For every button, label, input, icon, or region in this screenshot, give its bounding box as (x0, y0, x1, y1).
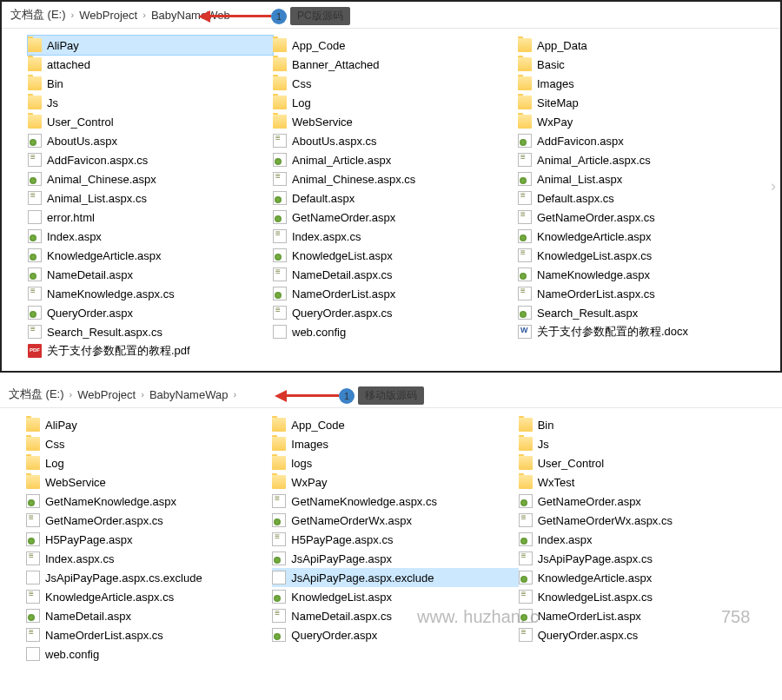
file-item[interactable]: App_Code (273, 36, 518, 55)
file-item[interactable]: NameOrderList.aspx (519, 606, 765, 625)
file-item[interactable]: attached (28, 55, 273, 74)
file-item[interactable]: KnowledgeArticle.aspx (28, 246, 273, 265)
file-item[interactable]: web.config (26, 644, 272, 664)
file-item[interactable]: Animal_Chinese.aspx.cs (273, 169, 518, 188)
file-item[interactable]: KnowledgeList.aspx.cs (518, 246, 763, 265)
file-item[interactable]: AliPay (26, 415, 272, 434)
file-item[interactable]: KnowledgeList.aspx (273, 246, 518, 265)
file-item[interactable]: error.html (28, 208, 273, 227)
file-item[interactable]: WxPay (272, 472, 518, 492)
file-item[interactable]: Css (26, 434, 272, 453)
file-item[interactable]: Animal_Article.aspx.cs (518, 150, 763, 169)
file-item[interactable]: Index.aspx.cs (26, 549, 272, 568)
file-item[interactable]: Bin (519, 415, 765, 434)
file-item[interactable]: KnowledgeList.aspx.cs (519, 587, 765, 606)
file-item[interactable]: Search_Result.aspx (518, 303, 763, 322)
file-name: User_Control (538, 457, 605, 470)
file-item[interactable]: GetNameOrder.aspx (273, 208, 518, 227)
file-item[interactable]: AliPay (28, 36, 273, 55)
file-item[interactable]: JsApiPayPage.aspx.cs (519, 549, 765, 568)
file-item[interactable]: Animal_Article.aspx (273, 150, 518, 169)
file-item[interactable]: App_Code (272, 415, 518, 434)
file-item[interactable]: WxPay (518, 112, 763, 131)
file-item[interactable]: QueryOrder.aspx.cs (519, 625, 765, 644)
file-item[interactable]: Index.aspx.cs (273, 227, 518, 246)
file-item[interactable]: QueryOrder.aspx (272, 625, 518, 644)
file-item[interactable]: Js (28, 93, 273, 112)
file-item[interactable]: Banner_Attached (273, 55, 518, 74)
file-item[interactable]: GetNameKnowledge.aspx.cs (272, 492, 518, 511)
breadcrumb-seg[interactable]: WebProject (79, 9, 137, 22)
file-item[interactable]: GetNameOrder.aspx.cs (518, 208, 763, 227)
file-item[interactable]: SiteMap (518, 93, 763, 112)
file-item[interactable]: AddFavicon.aspx.cs (28, 150, 273, 169)
file-item[interactable]: QueryOrder.aspx (28, 303, 273, 322)
file-item[interactable]: WebService (26, 472, 272, 492)
breadcrumb-seg[interactable]: WebProject (77, 388, 136, 401)
file-item[interactable]: QueryOrder.aspx.cs (273, 303, 518, 322)
file-item[interactable]: GetNameOrderWx.aspx (272, 511, 518, 530)
file-item[interactable]: GetNameKnowledge.aspx (26, 492, 272, 511)
file-item[interactable]: KnowledgeArticle.aspx (518, 227, 763, 246)
file-item[interactable]: Animal_List.aspx (518, 169, 763, 188)
file-item[interactable]: NameDetail.aspx.cs (272, 606, 518, 625)
file-item[interactable]: NameOrderList.aspx.cs (26, 625, 272, 644)
file-item[interactable]: KnowledgeArticle.aspx.cs (26, 587, 272, 606)
file-item[interactable]: web.config (273, 322, 518, 341)
file-item[interactable]: Js (519, 434, 765, 453)
file-item[interactable]: Images (518, 74, 763, 93)
breadcrumb[interactable]: 文档盘 (E:) › WebProject › BabyNameWap › 1 … (0, 381, 782, 408)
file-item[interactable]: 关于支付参数配置的教程.docx (518, 322, 763, 341)
annotation-arrow: 1 PC版源码 (210, 7, 350, 25)
file-item[interactable]: JsApiPayPage.aspx.exclude (272, 568, 518, 587)
file-item[interactable]: User_Control (519, 453, 765, 472)
file-item[interactable]: Basic (518, 55, 763, 74)
folder-icon (28, 96, 42, 109)
file-item[interactable]: Log (273, 93, 518, 112)
file-item[interactable]: Log (26, 453, 272, 472)
file-item[interactable]: H5PayPage.aspx.cs (272, 530, 518, 549)
file-item[interactable]: App_Data (518, 36, 763, 55)
file-item[interactable]: Index.aspx (28, 227, 273, 246)
file-item[interactable]: AboutUs.aspx (28, 131, 273, 150)
aspx-icon (272, 628, 286, 642)
file-item[interactable]: NameOrderList.aspx (273, 284, 518, 303)
file-item[interactable]: H5PayPage.aspx (26, 530, 272, 549)
breadcrumb[interactable]: 文档盘 (E:) › WebProject › BabyNameWeb 1 PC… (2, 2, 780, 29)
file-item[interactable]: Animal_List.aspx.cs (28, 188, 273, 208)
file-item[interactable]: Bin (28, 74, 273, 93)
file-item[interactable]: AboutUs.aspx.cs (273, 131, 518, 150)
file-item[interactable]: NameDetail.aspx.cs (273, 265, 518, 284)
file-item[interactable]: 关于支付参数配置的教程.pdf (28, 341, 273, 360)
file-item[interactable]: NameKnowledge.aspx (518, 265, 763, 284)
file-item[interactable]: Default.aspx.cs (518, 188, 763, 208)
file-item[interactable]: NameDetail.aspx (26, 606, 272, 625)
file-item[interactable]: Default.aspx (273, 188, 518, 208)
aspx-icon (273, 153, 287, 167)
file-item[interactable]: GetNameOrder.aspx.cs (26, 511, 272, 530)
file-item[interactable]: WebService (273, 112, 518, 131)
file-item[interactable]: JsApiPayPage.aspx.cs.exclude (26, 568, 272, 587)
file-item[interactable]: Search_Result.aspx.cs (28, 322, 273, 341)
scroll-right-icon[interactable]: › (765, 169, 782, 204)
file-item[interactable]: GetNameOrderWx.aspx.cs (519, 511, 765, 530)
file-item[interactable]: KnowledgeArticle.aspx (519, 568, 765, 587)
file-item[interactable]: AddFavicon.aspx (518, 131, 763, 150)
file-item[interactable]: KnowledgeList.aspx (272, 587, 518, 606)
file-item[interactable]: Animal_Chinese.aspx (28, 169, 273, 188)
file-item[interactable]: NameDetail.aspx (28, 265, 273, 284)
file-item[interactable]: WxTest (519, 472, 765, 492)
file-item[interactable]: Images (272, 434, 518, 453)
file-item[interactable]: Css (273, 74, 518, 93)
file-item[interactable]: logs (272, 453, 518, 472)
file-item[interactable]: JsApiPayPage.aspx (272, 549, 518, 568)
file-item[interactable]: NameOrderList.aspx.cs (518, 284, 763, 303)
file-item[interactable]: NameKnowledge.aspx.cs (28, 284, 273, 303)
breadcrumb-seg[interactable]: 文档盘 (E:) (9, 386, 64, 402)
file-item[interactable]: User_Control (28, 112, 273, 131)
file-item[interactable]: Index.aspx (519, 530, 765, 549)
badge-number: 1 (271, 9, 287, 24)
breadcrumb-seg[interactable]: 文档盘 (E:) (10, 7, 66, 23)
file-item[interactable]: GetNameOrder.aspx (519, 492, 765, 511)
breadcrumb-seg[interactable]: BabyNameWap (149, 388, 229, 401)
